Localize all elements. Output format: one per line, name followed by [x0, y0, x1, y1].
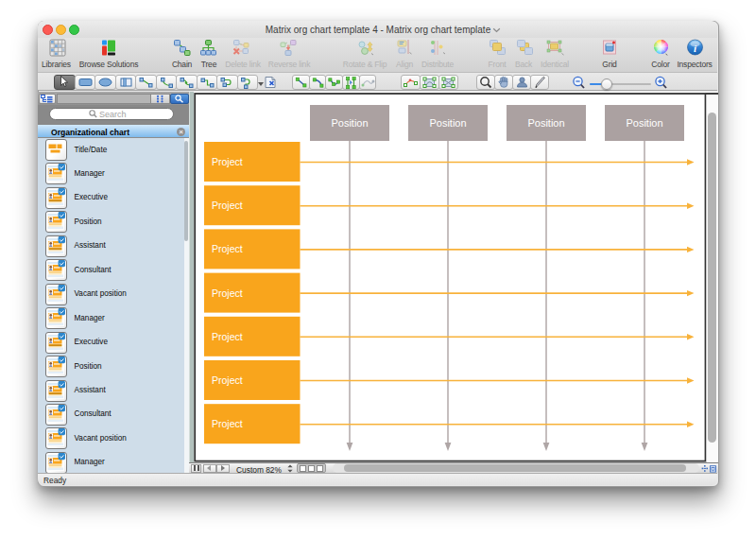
svg-text:Position: Position: [626, 117, 662, 129]
svg-text:Project: Project: [212, 374, 243, 386]
svg-text:Project: Project: [212, 243, 243, 254]
svg-text:Project: Project: [212, 418, 243, 429]
svg-text:Project: Project: [212, 156, 243, 167]
svg-text:Position: Position: [331, 117, 368, 129]
svg-text:Project: Project: [212, 331, 243, 342]
svg-text:Project: Project: [212, 287, 243, 299]
svg-text:Position: Position: [429, 117, 466, 129]
svg-text:Project: Project: [212, 200, 243, 211]
svg-text:Position: Position: [527, 117, 564, 129]
